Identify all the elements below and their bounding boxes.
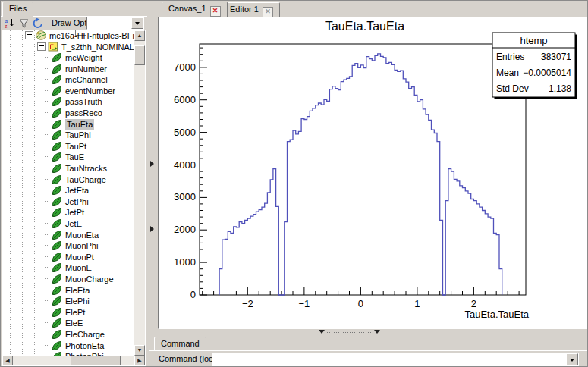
svg-text:z: z xyxy=(5,24,8,29)
stats-row-value: −0.0005014 xyxy=(523,67,571,78)
tree-node-ttree[interactable]: T_s2thh_NOMINAL;1 xyxy=(2,41,134,52)
tree-vertical-scrollbar[interactable]: ▲ ▼ xyxy=(134,30,145,356)
leaf-icon xyxy=(52,240,62,251)
splitter-arrow-icon[interactable] xyxy=(150,226,157,232)
canvas-area[interactable]: TauEta.TauEta−2−101201000200030004000500… xyxy=(158,17,588,329)
ttree-icon xyxy=(48,42,58,52)
tree-item-mcWeight[interactable]: mcWeight xyxy=(2,52,102,63)
branch-label: TauPt xyxy=(65,141,86,152)
tree-connector xyxy=(45,201,49,202)
horizontal-splitter[interactable] xyxy=(149,328,587,337)
collapse-toggle[interactable] xyxy=(37,42,46,51)
splitter-dots xyxy=(325,332,372,333)
tree-horizontal-scrollbar[interactable]: ◀ ▶ xyxy=(2,356,145,365)
leaf-icon xyxy=(52,230,62,240)
close-icon[interactable]: ✕ xyxy=(210,6,221,17)
leaf-icon xyxy=(52,86,62,96)
draw-option-combo[interactable] xyxy=(86,17,144,30)
leaf-icon xyxy=(52,185,62,196)
canvas-panel: Canvas_1✕ Editor 1✕ TauEta.TauEta−2−1012… xyxy=(158,1,587,329)
tree-item-TauE[interactable]: TauE xyxy=(2,151,84,162)
tree-item-EleE[interactable]: EleE xyxy=(2,317,83,328)
hscroll-thumb[interactable] xyxy=(71,356,121,365)
sort-icon: a z xyxy=(4,17,15,29)
tree-item-JetEta[interactable]: JetEta xyxy=(2,184,89,196)
tree-item-mcChannel[interactable]: mcChannel xyxy=(2,74,108,85)
tree-item-MuonEta[interactable]: MuonEta xyxy=(2,229,99,240)
splitter-arrow-icon[interactable] xyxy=(150,161,157,167)
leaf-icon xyxy=(52,340,62,351)
chevron-down-icon[interactable] xyxy=(566,353,578,365)
close-icon-disabled: ✕ xyxy=(263,7,273,17)
branch-label: mcWeight xyxy=(65,52,102,63)
tab-files[interactable]: Files xyxy=(2,2,33,17)
tab-command[interactable]: Command xyxy=(154,337,206,350)
tree-connector xyxy=(45,79,49,80)
refresh-button[interactable] xyxy=(32,17,44,29)
leaf-icon xyxy=(52,318,62,328)
sort-button[interactable]: a z xyxy=(3,17,15,29)
collapse-toggle[interactable] xyxy=(25,31,33,39)
tree-item-ElePt[interactable]: ElePt xyxy=(2,306,85,318)
branch-label: MuonPhi xyxy=(65,240,98,251)
tree-item-JetPt[interactable]: JetPt xyxy=(2,206,84,218)
tree-item-JetE[interactable]: JetE xyxy=(2,218,82,229)
root-canvas-svg[interactable]: TauEta.TauEta−2−101201000200030004000500… xyxy=(159,17,588,328)
tree-connector xyxy=(45,156,49,157)
y-tick-label: 5000 xyxy=(174,127,196,138)
filter-icon xyxy=(18,17,30,29)
tree-item-passReco[interactable]: passReco xyxy=(2,107,102,118)
filter-button[interactable] xyxy=(17,17,30,29)
vscroll-thumb[interactable] xyxy=(134,45,145,65)
tree-item-TauPhi[interactable]: TauPhi xyxy=(2,129,91,140)
tree-item-TauPt[interactable]: TauPt xyxy=(2,140,86,152)
tree-item-TauCharge[interactable]: TauCharge xyxy=(2,174,106,185)
tree-item-PhotonPhi[interactable]: PhotonPhi xyxy=(2,350,104,356)
tree-node-root-file[interactable]: mc16a-HH-ntuples-BFilter_p4355.root xyxy=(2,30,134,41)
branch-label: PhotonEta xyxy=(65,340,104,351)
scroll-left-icon[interactable]: ◀ xyxy=(2,356,13,365)
scroll-up-icon[interactable]: ▲ xyxy=(134,30,145,41)
tab-canvas-1[interactable]: Canvas_1✕ xyxy=(162,2,228,17)
scroll-right-icon[interactable]: ▶ xyxy=(134,356,145,365)
command-tabbar: Command xyxy=(149,337,587,351)
branch-label: eventNumber xyxy=(65,86,115,96)
tree-item-MuonPt[interactable]: MuonPt xyxy=(2,251,94,262)
file-tree-container: mc16a-HH-ntuples-BFilter_p4355.root T_s2… xyxy=(2,30,146,366)
chevron-down-icon[interactable] xyxy=(131,17,143,29)
tree-item-runNumber[interactable]: runNumber xyxy=(2,63,107,74)
canvas[interactable]: TauEta.TauEta−2−101201000200030004000500… xyxy=(159,17,588,328)
tree-item-PhotonEta[interactable]: PhotonEta xyxy=(2,340,104,351)
splitter-arrow-icon[interactable] xyxy=(319,330,325,337)
tree-node-label: mc16a-HH-ntuples-BFilter_p4355.root xyxy=(49,30,134,41)
tree-connector xyxy=(45,334,49,334)
file-tree: mc16a-HH-ntuples-BFilter_p4355.root T_s2… xyxy=(2,30,134,356)
chart-title: TauEta.TauEta xyxy=(325,20,404,33)
command-input[interactable] xyxy=(212,353,579,366)
command-row: Command (local): xyxy=(149,351,587,367)
tree-item-TauEta[interactable]: TauEta xyxy=(2,118,94,130)
stats-row-label: Mean xyxy=(496,67,519,78)
tree-item-MuonPhi[interactable]: MuonPhi xyxy=(2,240,98,251)
tab-command-label: Command xyxy=(161,339,200,348)
splitter-arrow-icon[interactable] xyxy=(374,330,380,337)
tree-item-MuonCharge[interactable]: MuonCharge xyxy=(2,273,114,284)
tree-connector xyxy=(45,322,49,323)
tree-item-EleEta[interactable]: EleEta xyxy=(2,284,90,296)
vertical-splitter[interactable] xyxy=(147,1,158,329)
tree-item-MuonE[interactable]: MuonE xyxy=(2,262,92,273)
leaf-icon xyxy=(52,207,62,218)
tree-item-EleCharge[interactable]: EleCharge xyxy=(2,328,105,340)
branch-label: TauE xyxy=(65,152,84,162)
tab-canvas-1-label: Canvas_1 xyxy=(168,4,206,13)
tree-item-JetPhi[interactable]: JetPhi xyxy=(2,196,89,207)
tree-item-passTruth[interactable]: passTruth xyxy=(2,96,102,107)
tree-item-eventNumber[interactable]: eventNumber xyxy=(2,85,115,96)
branch-label: JetPhi xyxy=(65,196,89,207)
tree-item-TauNtracks[interactable]: TauNtracks xyxy=(2,162,107,174)
scroll-down-icon[interactable]: ▼ xyxy=(134,345,145,356)
stats-box[interactable]: htempEntries383071Mean−0.0005014Std Dev1… xyxy=(492,33,577,99)
tab-editor-1[interactable]: Editor 1✕ xyxy=(223,2,280,17)
tree-item-ElePhi[interactable]: ElePhi xyxy=(2,295,90,306)
stats-row-value: 1.138 xyxy=(549,83,571,94)
